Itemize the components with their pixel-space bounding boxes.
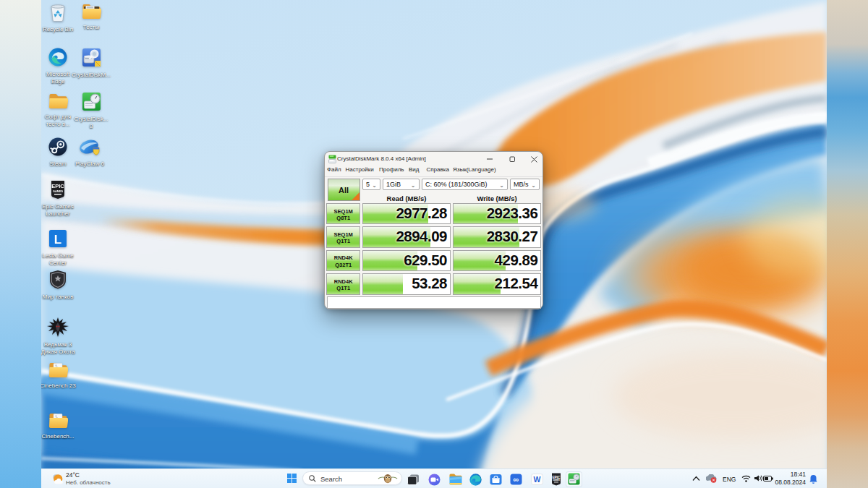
svg-text:L: L xyxy=(54,233,61,247)
svg-text:EPIC: EPIC xyxy=(51,183,64,189)
svg-text:GAMES: GAMES xyxy=(53,190,63,193)
